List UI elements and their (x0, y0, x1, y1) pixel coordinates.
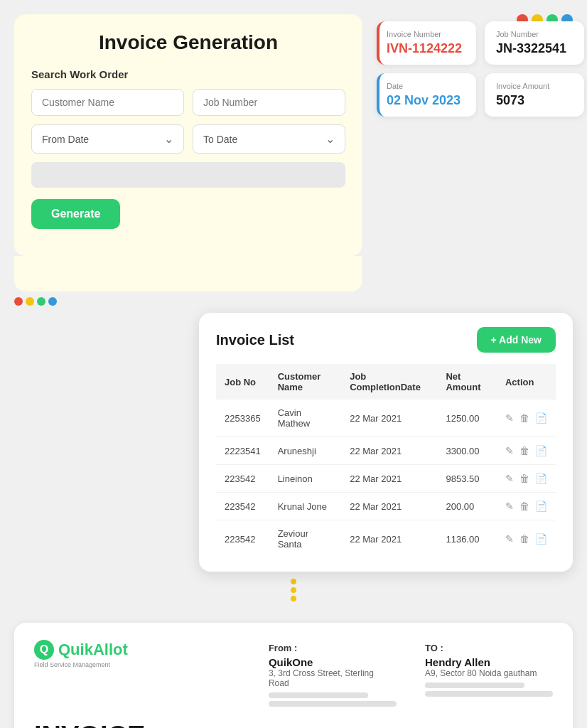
table-row: 223542 Lineinon 22 Mar 2021 9853.50 ✎ 🗑 … (216, 465, 556, 493)
invoice-amount-value: 5073 (496, 93, 573, 108)
cell-action: ✎ 🗑 📄 (497, 520, 556, 558)
cell-job-no: 223542 (216, 493, 269, 520)
from-date-chevron-icon: ⌄ (164, 132, 173, 146)
small-dot-yellow (26, 297, 34, 306)
cell-action: ✎ 🗑 📄 (497, 400, 556, 437)
logo-icon: Q (34, 640, 54, 660)
section-divider-dots (0, 579, 587, 601)
colored-dots-bottom-left (14, 297, 57, 306)
to-date-chevron-icon: ⌄ (325, 132, 335, 146)
date-label: Date (387, 82, 465, 90)
small-dot-red (14, 297, 23, 306)
to-address-bar2 (425, 691, 553, 697)
cell-action: ✎ 🗑 📄 (497, 493, 556, 520)
cell-amount: 1250.00 (437, 400, 497, 437)
from-to-section: From : QuikOne 3, 3rd Cross Street, Ster… (269, 643, 553, 707)
download-icon[interactable]: 📄 (535, 445, 547, 456)
cell-date: 22 Mar 2021 (341, 400, 437, 437)
customer-name-input[interactable] (31, 89, 184, 116)
date-value: 02 Nov 2023 (387, 93, 465, 108)
invoice-gen-title: Invoice Generation (31, 31, 345, 54)
invoice-list-card: Invoice List + Add New Job No Customer N… (199, 313, 573, 572)
job-number-card: Job Number JN-3322541 (485, 21, 584, 65)
invoice-number-card: Invoice Number IVN-1124222 (377, 21, 476, 65)
cell-job-no: 223542 (216, 465, 269, 493)
edit-icon[interactable]: ✎ (505, 445, 514, 456)
job-number-input[interactable] (193, 89, 345, 116)
col-net-amount: Net Amount (437, 364, 497, 400)
info-cards-section: Invoice Number IVN-1124222 Job Number JN… (377, 14, 584, 256)
cell-date: 22 Mar 2021 (341, 437, 437, 465)
cell-date: 22 Mar 2021 (341, 493, 437, 520)
cell-date: 22 Mar 2021 (341, 465, 437, 493)
invoice-amount-card: Invoice Amount 5073 (485, 73, 584, 117)
date-card: Date 02 Nov 2023 (377, 73, 476, 117)
job-number-label: Job Number (496, 30, 573, 38)
logo-area: Q QuikAllot Field Service Management (34, 640, 128, 668)
download-icon[interactable]: 📄 (535, 533, 547, 545)
table-row: 2223541 Aruneshji 22 Mar 2021 3300.00 ✎ … (216, 437, 556, 465)
col-customer-name: Customer Name (269, 364, 342, 400)
to-date-select[interactable]: To Date ⌄ (193, 124, 345, 154)
invoice-number-label: Invoice Number (387, 30, 465, 38)
col-action: Action (497, 364, 556, 400)
cell-amount: 1136.00 (437, 520, 497, 558)
table-row: 223542 Krunal Jone 22 Mar 2021 200.00 ✎ … (216, 493, 556, 520)
filter-bar (31, 162, 345, 188)
invoice-document: Q QuikAllot Field Service Management Fro… (14, 623, 573, 728)
invoice-table: Job No Customer Name Job CompletionDate … (216, 364, 556, 557)
cell-amount: 3300.00 (437, 437, 497, 465)
table-row: 223542 Zeviour Santa 22 Mar 2021 1136.00… (216, 520, 556, 558)
edit-icon[interactable]: ✎ (505, 500, 514, 512)
cell-customer: Lineinon (269, 465, 342, 493)
edit-icon[interactable]: ✎ (505, 473, 514, 484)
invoice-number-value: IVN-1124222 (387, 41, 465, 56)
job-number-value: JN-3322541 (496, 41, 573, 56)
logo-subtitle: Field Service Management (34, 661, 128, 668)
cell-date: 22 Mar 2021 (341, 520, 437, 558)
cell-customer: Zeviour Santa (269, 520, 342, 558)
cell-job-no: 223542 (216, 520, 269, 558)
download-icon[interactable]: 📄 (535, 412, 547, 424)
from-address-bar2 (269, 701, 397, 707)
edit-icon[interactable]: ✎ (505, 412, 514, 424)
col-completion-date: Job CompletionDate (341, 364, 437, 400)
to-address-bar (425, 682, 524, 688)
invoice-list-title: Invoice List (216, 332, 294, 348)
from-address-bar (269, 692, 368, 698)
invoice-big-title: INVOICE (34, 721, 553, 728)
table-row: 2253365 Cavin Mathew 22 Mar 2021 1250.00… (216, 400, 556, 437)
download-icon[interactable]: 📄 (535, 473, 547, 484)
to-block: TO : Hendry Allen A9, Sector 80 Noida ga… (425, 643, 553, 707)
col-job-no: Job No (216, 364, 269, 400)
delete-icon[interactable]: 🗑 (519, 473, 529, 484)
from-date-select[interactable]: From Date ⌄ (31, 124, 184, 154)
cell-amount: 200.00 (437, 493, 497, 520)
cell-customer: Krunal Jone (269, 493, 342, 520)
invoice-amount-label: Invoice Amount (496, 82, 573, 90)
generate-button[interactable]: Generate (31, 199, 120, 229)
cell-job-no: 2223541 (216, 437, 269, 465)
cell-amount: 9853.50 (437, 465, 497, 493)
cell-action: ✎ 🗑 📄 (497, 437, 556, 465)
small-dot-green (37, 297, 45, 306)
add-new-button[interactable]: + Add New (477, 327, 556, 353)
edit-icon[interactable]: ✎ (505, 533, 514, 545)
small-dot-blue (48, 297, 57, 306)
cell-action: ✎ 🗑 📄 (497, 465, 556, 493)
cell-customer: Cavin Mathew (269, 400, 342, 437)
cell-job-no: 2253365 (216, 400, 269, 437)
delete-icon[interactable]: 🗑 (519, 533, 529, 545)
download-icon[interactable]: 📄 (535, 500, 547, 512)
delete-icon[interactable]: 🗑 (519, 500, 529, 512)
delete-icon[interactable]: 🗑 (519, 412, 529, 424)
search-work-order-label: Search Work Order (31, 68, 345, 80)
invoice-gen-card: Invoice Generation Search Work Order Fro… (14, 14, 362, 256)
logo-text: QuikAllot (58, 641, 128, 659)
delete-icon[interactable]: 🗑 (519, 445, 529, 456)
cell-customer: Aruneshji (269, 437, 342, 465)
from-block: From : QuikOne 3, 3rd Cross Street, Ster… (269, 643, 397, 707)
